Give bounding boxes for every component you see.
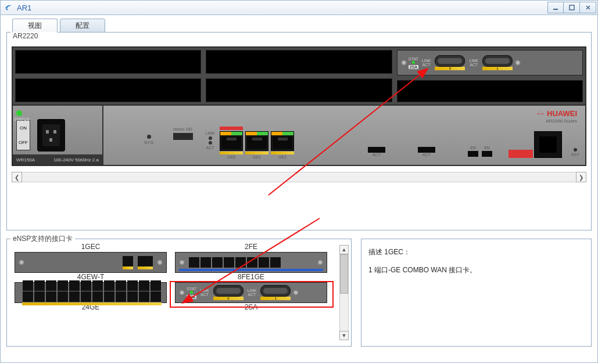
rj45-port-icon[interactable] bbox=[245, 131, 268, 151]
psu-spec-label: 100-240V 5060Hz 2.a bbox=[53, 157, 99, 163]
screw-icon bbox=[157, 260, 163, 265]
minimize-button[interactable] bbox=[547, 2, 564, 13]
slot-empty[interactable] bbox=[397, 80, 583, 102]
led-green-icon bbox=[412, 61, 415, 64]
ge2-label: GE2 bbox=[278, 155, 287, 159]
rj45-port-icon[interactable] bbox=[220, 131, 243, 151]
usb-act-label: ACT bbox=[368, 153, 385, 157]
card-act-label: ACT bbox=[248, 293, 256, 297]
screw-icon bbox=[19, 260, 24, 265]
en-label: EN bbox=[484, 146, 490, 150]
installed-card-2sa[interactable]: STAT 2SA LINK ACT 0 LI bbox=[397, 50, 583, 75]
card-link-label: LINK bbox=[248, 289, 257, 293]
slot-empty[interactable] bbox=[15, 50, 201, 74]
rj45-port-icon bbox=[212, 257, 223, 268]
rj45-port-icon[interactable] bbox=[271, 131, 294, 151]
ge0-label: GE0 bbox=[227, 155, 235, 159]
port-index-0: 0 bbox=[435, 67, 465, 70]
tab-config[interactable]: 配置 bbox=[60, 19, 105, 33]
ge1-label: GE1 bbox=[253, 155, 261, 159]
slot-empty[interactable] bbox=[206, 50, 392, 74]
serial-port-icon bbox=[213, 285, 244, 297]
card-title-2fe: 2FE bbox=[245, 243, 257, 251]
link-label: LINK bbox=[206, 131, 215, 135]
card-act-label: ACT bbox=[200, 293, 209, 297]
usb-row: ACT ACT EN EN bbox=[368, 143, 492, 157]
mini-port-icon[interactable] bbox=[482, 151, 492, 157]
scroll-down-button[interactable]: ▼ bbox=[339, 331, 349, 340]
usb-port-icon[interactable] bbox=[368, 147, 385, 153]
brand-sub-label: AR2200 Sudes bbox=[546, 118, 577, 124]
rj45-port-icon bbox=[224, 257, 234, 268]
scroll-track[interactable] bbox=[22, 172, 576, 182]
screw-icon bbox=[293, 290, 299, 295]
mini-port-icon[interactable] bbox=[468, 151, 478, 157]
rj45-port-icon bbox=[123, 256, 133, 266]
card-badge-2sa: 2SA bbox=[409, 65, 418, 69]
svg-rect-2 bbox=[570, 5, 574, 10]
tab-view[interactable]: 视图 bbox=[12, 19, 58, 33]
card-4gewt[interactable] bbox=[15, 282, 167, 303]
scroll-track[interactable] bbox=[339, 254, 349, 331]
card-title-1gec: 1GEC bbox=[81, 243, 101, 251]
card-1gec[interactable] bbox=[15, 252, 167, 273]
lower-area: eNSP支持的接口卡 1GEC 2FE bbox=[6, 239, 592, 347]
power-switch[interactable]: ON OFF bbox=[16, 120, 30, 150]
slot-with-card: STAT 2SA LINK ACT 0 LI bbox=[395, 48, 585, 104]
serial-port-icon bbox=[435, 55, 465, 67]
usb-act-label: ACT bbox=[418, 153, 435, 157]
blue-strip-icon bbox=[179, 269, 323, 271]
act-label: ACT bbox=[206, 146, 215, 150]
card-8fe1ge-2sa[interactable]: STAT2SA LINKACT 0 LINKACT 1 bbox=[175, 282, 327, 303]
scroll-left-button[interactable]: ❮ bbox=[12, 172, 22, 182]
rj45-port-icon bbox=[247, 257, 257, 268]
scroll-thumb[interactable] bbox=[340, 254, 348, 294]
switch-off-label: OFF bbox=[17, 135, 30, 150]
svg-rect-1 bbox=[553, 9, 558, 10]
console-port-icon[interactable] bbox=[534, 131, 562, 158]
card-act-label: ACT bbox=[422, 63, 431, 67]
description-body: 1 端口-GE COMBO WAN 接口卡。 bbox=[368, 265, 584, 275]
scroll-right-button[interactable]: ❯ bbox=[576, 172, 586, 182]
slot-empty[interactable] bbox=[206, 78, 392, 102]
card-link-label: LINK bbox=[469, 59, 478, 63]
cards-panel-legend: eNSP支持的接口卡 bbox=[10, 234, 75, 244]
screw-icon bbox=[317, 260, 323, 265]
description-panel: 描述 1GEC： 1 端口-GE COMBO WAN 接口卡。 bbox=[361, 239, 592, 347]
device-model-label: AR2220 bbox=[10, 32, 40, 40]
power-socket-icon bbox=[37, 119, 65, 152]
window-controls bbox=[547, 2, 596, 13]
card-link-label: LINK bbox=[422, 59, 431, 63]
titlebar: AR1 bbox=[0, 0, 598, 15]
led-green-icon bbox=[190, 291, 193, 294]
usb-port-icon[interactable] bbox=[418, 147, 435, 153]
close-button[interactable] bbox=[580, 2, 596, 13]
screw-icon bbox=[179, 290, 185, 295]
rj45-port-icon bbox=[200, 257, 211, 268]
card-act-label: ACT bbox=[470, 63, 478, 67]
card-2fe[interactable] bbox=[175, 252, 327, 273]
chassis-lower[interactable]: STATUS ON OFF WR150A 100-240V 5060Hz 2.a… bbox=[12, 106, 586, 166]
status-led-icon bbox=[16, 110, 22, 116]
ge-port-row: GE0 GE1 GE2 bbox=[220, 127, 294, 159]
mainboard: HUAWEI AR2200 Sudes SYS micro SD LINK AC… bbox=[103, 106, 585, 165]
psu-model-label: WR150A bbox=[16, 157, 35, 163]
client-area: 视图 配置 AR2220 STAT 2SA bbox=[0, 15, 598, 363]
svg-point-0 bbox=[6, 9, 8, 10]
scroll-up-button[interactable]: ▲ bbox=[339, 245, 349, 254]
maximize-button[interactable] bbox=[564, 2, 580, 13]
slot-empty[interactable] bbox=[15, 78, 201, 102]
device-chassis: STAT 2SA LINK ACT 0 LI bbox=[12, 46, 586, 166]
brand-text: HUAWEI bbox=[547, 109, 577, 118]
rj45-port-icon bbox=[189, 257, 199, 268]
cards-grid: 1GEC 2FE bbox=[10, 243, 335, 341]
chassis-upper[interactable]: STAT 2SA LINK ACT 0 LI bbox=[12, 46, 586, 106]
port-index-1: 1 bbox=[482, 67, 513, 70]
sfp-port-icon bbox=[138, 256, 153, 266]
rj45-port-icon bbox=[259, 257, 269, 268]
screw-icon bbox=[179, 260, 185, 265]
card-title-8fe1ge: 8FE1GE bbox=[238, 273, 264, 281]
app-icon bbox=[4, 3, 13, 12]
port-index-1: 1 bbox=[260, 297, 291, 300]
link-act-column: LINK ACT bbox=[206, 131, 215, 150]
